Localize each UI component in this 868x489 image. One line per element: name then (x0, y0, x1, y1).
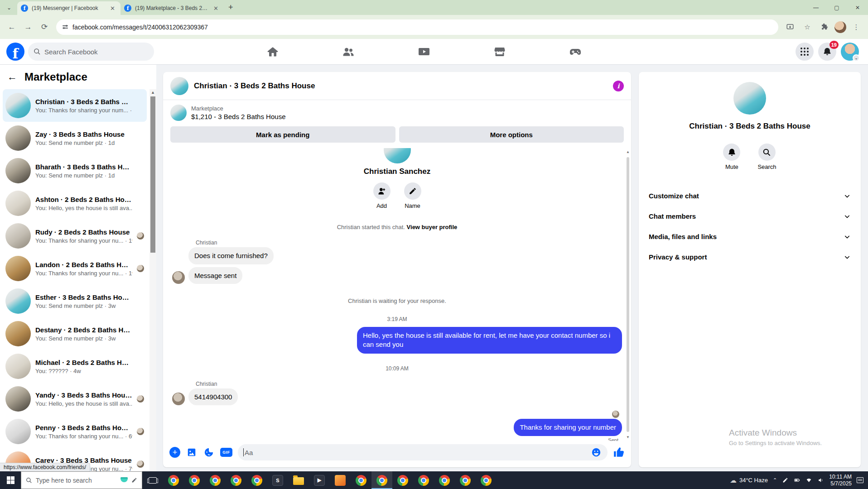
network-icon[interactable] (805, 477, 812, 483)
start-button[interactable] (0, 471, 21, 489)
tab-close-icon[interactable]: ✕ (212, 5, 220, 12)
close-button[interactable]: ✕ (847, 0, 868, 15)
back-arrow-icon[interactable]: ← (7, 71, 17, 83)
conversation-item[interactable]: Penny · 3 Beds 2 Baths House You: Thanks… (3, 415, 147, 448)
sticker-icon[interactable] (203, 446, 215, 458)
conversation-item[interactable]: Michael · 2 Beds 2 Baths House You: ????… (3, 350, 147, 383)
battery-icon[interactable] (794, 477, 800, 483)
weather-widget[interactable]: ☁ 34°C Haze (730, 476, 768, 484)
reload-icon[interactable]: ⟳ (37, 20, 52, 34)
emoji-icon[interactable] (590, 446, 602, 458)
message-input[interactable]: Aa (238, 444, 608, 460)
conversation-item[interactable]: Landon · 2 Beds 2 Baths House You: Thank… (3, 252, 147, 285)
view-buyer-profile-link[interactable]: View buyer profile (407, 224, 458, 230)
more-options-button[interactable]: More options (399, 126, 624, 143)
scrollbar-thumb[interactable] (150, 96, 155, 253)
details-section-row[interactable]: Customize chat (639, 186, 861, 206)
conversation-item[interactable]: Zay · 3 Beds 3 Baths House You: Send me … (3, 122, 147, 154)
volume-icon[interactable] (817, 477, 824, 483)
mute-button[interactable]: Mute (723, 144, 740, 170)
media-app-icon[interactable]: ▶ (309, 471, 330, 489)
app-s-icon[interactable]: S (267, 471, 288, 489)
tray-expand-icon[interactable]: ⌃ (773, 477, 777, 483)
scroll-up-icon[interactable]: ▲ (149, 90, 156, 95)
incoming-message[interactable]: Does it come furnished? (188, 247, 274, 264)
add-people-button[interactable]: Add (373, 182, 391, 209)
task-view-button[interactable] (142, 471, 163, 489)
chrome-icon[interactable] (246, 471, 267, 489)
chrome-icon[interactable] (371, 471, 392, 489)
new-tab-button[interactable]: + (228, 3, 233, 12)
conversation-item[interactable]: Bharath · 3 Beds 3 Baths House You: Send… (3, 154, 147, 187)
incoming-message[interactable]: Message sent (188, 267, 242, 284)
url-bar[interactable]: facebook.com/messages/t/2400631206230936… (56, 19, 778, 35)
minimize-button[interactable]: — (805, 0, 826, 15)
facebook-logo[interactable]: f (6, 43, 24, 61)
mark-as-pending-button[interactable]: Mark as pending (170, 126, 395, 143)
browser-tab-messenger[interactable]: f (19) Messenger | Facebook ✕ (17, 1, 121, 15)
outgoing-message[interactable]: Thanks for sharing your number (514, 419, 622, 436)
chat-avatar[interactable] (170, 77, 188, 95)
conversation-item[interactable]: Yandy · 3 Beds 3 Baths House You: Hello,… (3, 383, 147, 415)
notifications-button[interactable]: 19 (818, 43, 836, 61)
scroll-down-icon[interactable]: ▼ (626, 435, 630, 439)
friends-icon[interactable] (342, 45, 355, 58)
thumbs-up-icon[interactable] (613, 446, 625, 458)
taskbar-clock[interactable]: 10:11 AM 5/7/2025 (829, 474, 852, 487)
rename-chat-button[interactable]: Name (404, 182, 421, 209)
home-icon[interactable] (266, 45, 279, 58)
conversation-item[interactable]: Esther · 3 Beds 2 Baths House You: Send … (3, 285, 147, 317)
browser-menu-icon[interactable]: ⋮ (849, 20, 863, 34)
chrome-icon[interactable] (205, 471, 226, 489)
chrome-icon[interactable] (434, 471, 455, 489)
marketplace-icon[interactable] (493, 45, 506, 58)
details-section-row[interactable]: Media, files and links (639, 226, 861, 247)
conversation-item[interactable]: Destany · 2 Beds 2 Baths House You: Send… (3, 317, 147, 350)
tab-search-chevron-icon[interactable]: ⌄ (4, 2, 14, 13)
scrollbar-thumb[interactable] (627, 157, 629, 432)
pen-tray-icon[interactable] (782, 477, 789, 483)
taskbar-search-input[interactable]: Type here to search (21, 471, 142, 489)
conversation-item[interactable]: Ashton · 2 Beds 2 Baths House You: Hello… (3, 187, 147, 220)
sidebar-scrollbar[interactable]: ▲ (149, 89, 156, 471)
chrome-icon[interactable] (392, 471, 413, 489)
chrome-icon[interactable] (226, 471, 246, 489)
forward-icon[interactable]: → (21, 20, 35, 34)
conversation-info-icon[interactable]: i (613, 81, 624, 91)
chrome-icon[interactable] (413, 471, 434, 489)
details-section-row[interactable]: Privacy & support (639, 247, 861, 267)
watch-icon[interactable] (418, 45, 430, 58)
browser-profile-avatar[interactable] (834, 21, 846, 33)
extensions-puzzle-icon[interactable] (817, 20, 832, 34)
chrome-icon[interactable] (455, 471, 476, 489)
facebook-search-input[interactable]: Search Facebook (28, 43, 154, 61)
site-settings-icon[interactable] (63, 25, 68, 29)
conversation-item[interactable]: Christian · 3 Beds 2 Baths House You: Th… (3, 89, 147, 122)
apps-menu-button[interactable] (796, 43, 814, 61)
back-icon[interactable]: ← (5, 20, 19, 34)
gif-icon[interactable]: GIF (220, 448, 232, 457)
incoming-message[interactable]: 5414904300 (188, 388, 238, 406)
browser-tab-marketplace[interactable]: f (19) Marketplace - 3 Beds 2 Bat ✕ (121, 1, 224, 15)
message-scroll-area[interactable]: Christian Sanchez Add Name Christian sta… (163, 148, 631, 441)
install-app-icon[interactable] (783, 20, 797, 34)
profile-avatar[interactable]: ⌄ (841, 43, 859, 61)
gaming-icon[interactable] (569, 45, 582, 58)
bookmark-star-icon[interactable]: ☆ (800, 20, 815, 34)
chrome-icon[interactable] (163, 471, 184, 489)
office-app-icon[interactable] (330, 471, 351, 489)
chrome-icon[interactable] (351, 471, 371, 489)
open-more-actions-icon[interactable]: + (169, 447, 180, 458)
maximize-button[interactable]: ▢ (826, 0, 847, 15)
details-section-row[interactable]: Chat members (639, 206, 861, 226)
chrome-icon[interactable] (184, 471, 205, 489)
outgoing-message[interactable]: Hello, yes the house is still available … (357, 327, 622, 354)
chrome-icon[interactable] (476, 471, 497, 489)
attach-image-icon[interactable] (186, 446, 198, 458)
tab-close-icon[interactable]: ✕ (108, 5, 117, 12)
search-in-chat-button[interactable]: Search (757, 144, 776, 170)
action-center-icon[interactable] (857, 477, 863, 483)
scroll-up-icon[interactable]: ▲ (626, 150, 630, 154)
chat-scrollbar[interactable]: ▲ ▼ (626, 150, 630, 439)
file-explorer-icon[interactable] (288, 471, 309, 489)
